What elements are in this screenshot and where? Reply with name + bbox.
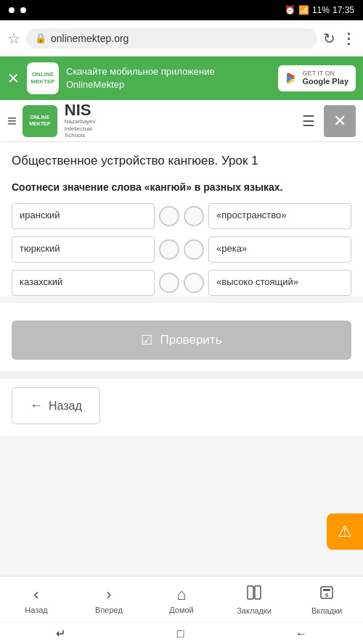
status-bar: ⏰ 📶 11% 17:35 <box>0 0 363 20</box>
hamburger-icon[interactable]: ≡ <box>7 112 17 131</box>
match-circle-left-2[interactable] <box>159 273 179 293</box>
match-row: иранский «пространство» <box>12 203 351 229</box>
nav-bookmarks-icon <box>246 585 262 605</box>
banner-text: Скачайте мобильное приложение OnlineMekt… <box>66 65 271 91</box>
banner-logo: ONLINE MEKTEP <box>27 62 59 94</box>
back-button[interactable]: ← Назад <box>12 387 100 424</box>
lesson-title: Общественное устройство кангюев. Урок 1 <box>12 154 351 168</box>
match-circle-right-2[interactable] <box>184 273 204 293</box>
section-separator <box>0 371 363 379</box>
lock-icon: 🔒 <box>35 33 46 44</box>
nav-home-label: Домой <box>169 606 194 614</box>
nav-forward-label: Вперед <box>95 606 123 614</box>
refresh-icon[interactable]: ↻ <box>323 30 335 47</box>
sys-recent-icon[interactable]: ← <box>295 627 307 640</box>
browser-bar: ☆ 🔒 onlinemektep.org ↻ ⋮ <box>0 20 363 57</box>
google-play-label: Google Play <box>302 77 348 86</box>
sys-home-icon[interactable]: □ <box>177 627 184 640</box>
battery-text: 11% <box>312 5 330 15</box>
back-section: ← Назад <box>0 379 363 436</box>
system-nav: ↵ □ ← <box>0 622 363 644</box>
star-icon[interactable]: ☆ <box>7 30 20 47</box>
nav-back-label: Назад <box>25 606 48 614</box>
url-box[interactable]: 🔒 onlinemektep.org <box>26 28 317 49</box>
sys-back-icon[interactable]: ↵ <box>56 627 65 640</box>
wifi-icon: 📶 <box>298 5 309 15</box>
match-left-1: тюркский <box>12 236 155 263</box>
svg-rect-1 <box>255 586 261 599</box>
nav-back-icon: ‹ <box>33 585 38 604</box>
dot-icon-2 <box>20 7 26 13</box>
close-icon: ✕ <box>333 112 346 131</box>
google-play-icon <box>285 72 298 85</box>
match-right-1: «река» <box>208 236 351 263</box>
list-view-icon[interactable]: ☰ <box>302 112 315 130</box>
match-circle-left-0[interactable] <box>159 206 179 226</box>
site-header: ≡ ONLINE MEKTEP NIS Nazarbayev Intellect… <box>0 100 363 142</box>
site-logo: ONLINE MEKTEP <box>23 105 57 137</box>
nav-home[interactable]: ⌂ Домой <box>145 585 218 614</box>
back-arrow-icon: ← <box>30 398 43 413</box>
check-section: ☑ Проверить <box>0 303 363 371</box>
match-right-2: «высоко стоящий» <box>208 270 351 296</box>
match-left-0: иранский <box>12 203 155 229</box>
check-button-label: Проверить <box>160 333 221 347</box>
alarm-icon: ⏰ <box>285 5 295 15</box>
svg-rect-0 <box>248 586 253 599</box>
menu-icon[interactable]: ⋮ <box>341 30 356 47</box>
match-row: тюркский «река» <box>12 236 351 263</box>
dot-icon-1 <box>9 7 15 13</box>
status-bar-right: ⏰ 📶 11% 17:35 <box>285 5 354 15</box>
svg-text:6: 6 <box>325 592 329 598</box>
back-button-label: Назад <box>49 400 82 413</box>
install-banner: ✕ ONLINE MEKTEP Скачайте мобильное прило… <box>0 57 363 100</box>
svg-rect-3 <box>323 589 330 591</box>
banner-close-icon[interactable]: ✕ <box>7 70 20 87</box>
task-label: Соотнеси значение слова «кангюй» в разны… <box>12 181 351 193</box>
match-rows: иранский «пространство» тюркский «река» … <box>12 203 351 296</box>
nav-bookmarks[interactable]: Закладки <box>218 585 290 615</box>
match-left-2: казахский <box>12 270 155 296</box>
nav-forward[interactable]: › Вперед <box>73 585 145 614</box>
nis-logo: NIS Nazarbayev Intellectual Schools <box>65 102 96 139</box>
match-right-0: «пространство» <box>208 203 351 229</box>
main-content: Общественное устройство кангюев. Урок 1 … <box>0 142 363 296</box>
bottom-nav: ‹ Назад › Вперед ⌂ Домой Закладки 6 Вкла… <box>0 576 363 622</box>
nav-tabs[interactable]: 6 Вкладки <box>290 585 363 615</box>
checkmark-icon: ☑ <box>141 332 152 348</box>
nav-home-icon: ⌂ <box>176 585 186 604</box>
check-button[interactable]: ☑ Проверить <box>12 321 351 360</box>
match-circle-left-1[interactable] <box>159 239 179 260</box>
nav-back[interactable]: ‹ Назад <box>0 585 73 614</box>
match-circle-right-1[interactable] <box>184 239 204 260</box>
close-panel-button[interactable]: ✕ <box>324 105 356 137</box>
clock: 17:35 <box>333 5 354 15</box>
nav-forward-icon: › <box>106 585 111 604</box>
nav-tabs-icon: 6 <box>319 585 335 605</box>
google-play-button[interactable]: GET IT ON Google Play <box>278 65 356 91</box>
warning-icon: ⚠ <box>338 522 352 541</box>
match-row: казахский «высоко стоящий» <box>12 270 351 296</box>
url-text: onlinemektep.org <box>51 33 129 44</box>
match-circle-right-0[interactable] <box>184 206 204 226</box>
nav-bookmarks-label: Закладки <box>237 606 272 615</box>
alert-fab-button[interactable]: ⚠ <box>327 513 363 550</box>
nav-tabs-label: Вкладки <box>311 606 342 615</box>
status-bar-left <box>9 7 26 13</box>
